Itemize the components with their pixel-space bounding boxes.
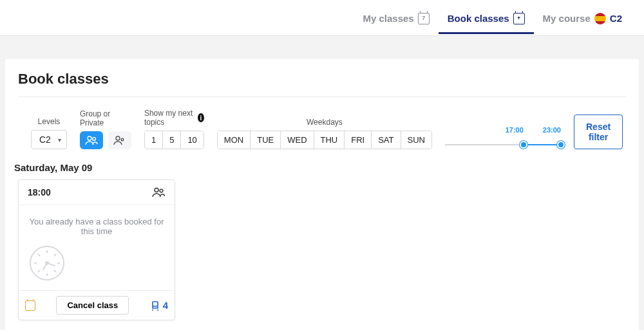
svg-point-4 bbox=[155, 188, 158, 192]
private-icon bbox=[113, 135, 126, 145]
page: Book classes Levels C2 Group or Private bbox=[5, 59, 639, 330]
weekday-mon[interactable]: MON bbox=[218, 131, 251, 149]
clock-icon bbox=[28, 244, 166, 282]
reset-filter-button[interactable]: Reset filter bbox=[574, 115, 623, 149]
slider-handle-from[interactable] bbox=[520, 141, 527, 149]
nav-book-classes-label: Book classes bbox=[448, 13, 509, 24]
calendar-icon: 7 bbox=[418, 13, 430, 24]
svg-point-7 bbox=[46, 262, 48, 264]
nav-my-course-label: My course bbox=[543, 13, 591, 24]
info-icon[interactable]: i bbox=[198, 113, 204, 122]
card-header: 18:00 bbox=[19, 180, 175, 205]
seats-number: 4 bbox=[163, 300, 168, 311]
nav-book-classes[interactable]: Book classes + bbox=[439, 3, 534, 33]
cancel-class-button[interactable]: Cancel class bbox=[56, 296, 129, 315]
group-private-label: Group or Private bbox=[80, 109, 131, 127]
time-slider[interactable] bbox=[445, 144, 561, 145]
topics-1[interactable]: 1 bbox=[145, 131, 163, 149]
svg-point-2 bbox=[116, 136, 120, 140]
private-option[interactable] bbox=[108, 131, 131, 149]
calendar-plus-icon: + bbox=[513, 13, 525, 24]
calendar-icon bbox=[25, 300, 35, 311]
filters-bar: Levels C2 Group or Private bbox=[18, 109, 626, 149]
weekdays-group: MON TUE WED THU FRI SAT SUN bbox=[217, 131, 432, 149]
seats-available: 4 bbox=[150, 300, 168, 311]
nav-my-classes[interactable]: My classes 7 bbox=[354, 3, 438, 33]
weekday-wed[interactable]: WED bbox=[281, 131, 314, 149]
filter-levels: Levels C2 bbox=[31, 117, 67, 149]
seat-icon bbox=[150, 300, 160, 311]
nav-my-course[interactable]: My course C2 bbox=[534, 3, 631, 33]
group-option[interactable] bbox=[80, 131, 103, 149]
weekday-thu[interactable]: THU bbox=[314, 131, 345, 149]
book-classes-badge: + bbox=[517, 15, 520, 21]
filter-group-private: Group or Private bbox=[80, 109, 131, 149]
next-topics-group: 1 5 10 bbox=[144, 131, 204, 149]
levels-select[interactable]: C2 bbox=[31, 130, 67, 149]
card-footer: Cancel class 4 bbox=[19, 290, 175, 320]
topics-5[interactable]: 5 bbox=[163, 131, 181, 149]
page-title: Book classes bbox=[18, 71, 626, 97]
next-topics-label: Show my next topics bbox=[144, 109, 195, 127]
group-icon bbox=[85, 135, 98, 145]
weekday-tue[interactable]: TUE bbox=[251, 131, 281, 149]
weekdays-label: Weekdays bbox=[307, 118, 343, 127]
card-time: 18:00 bbox=[28, 187, 51, 197]
card-message: You already have a class booked for this… bbox=[28, 217, 166, 236]
course-level-badge: C2 bbox=[610, 13, 622, 24]
time-to-label: 23:00 bbox=[543, 126, 561, 134]
filter-weekdays: Weekdays MON TUE WED THU FRI SAT SUN bbox=[217, 118, 432, 149]
filter-time-range: 17:00 23:00 bbox=[445, 126, 561, 149]
svg-point-1 bbox=[93, 138, 96, 141]
top-nav: My classes 7 Book classes + My course C2 bbox=[0, 0, 644, 36]
topics-10[interactable]: 10 bbox=[181, 131, 203, 149]
weekday-fri[interactable]: FRI bbox=[345, 131, 372, 149]
time-from-label: 17:00 bbox=[506, 126, 524, 134]
slider-handle-to[interactable] bbox=[557, 141, 565, 149]
weekday-sun[interactable]: SUN bbox=[401, 131, 431, 149]
filter-next-topics: Show my next topics i 1 5 10 bbox=[144, 109, 204, 149]
levels-label: Levels bbox=[38, 117, 61, 126]
date-heading: Saturday, May 09 bbox=[14, 162, 626, 173]
my-classes-count: 7 bbox=[422, 15, 425, 21]
svg-point-5 bbox=[160, 189, 163, 192]
svg-point-3 bbox=[121, 138, 124, 141]
nav-my-classes-label: My classes bbox=[363, 13, 413, 24]
group-icon bbox=[151, 187, 166, 198]
svg-rect-8 bbox=[153, 302, 158, 306]
levels-value: C2 bbox=[39, 134, 51, 145]
class-card: 18:00 You already have a class booked fo… bbox=[18, 179, 175, 320]
svg-point-0 bbox=[88, 136, 91, 140]
flag-es-icon bbox=[594, 13, 606, 24]
card-body: You already have a class booked for this… bbox=[19, 205, 175, 290]
weekday-sat[interactable]: SAT bbox=[372, 131, 401, 149]
